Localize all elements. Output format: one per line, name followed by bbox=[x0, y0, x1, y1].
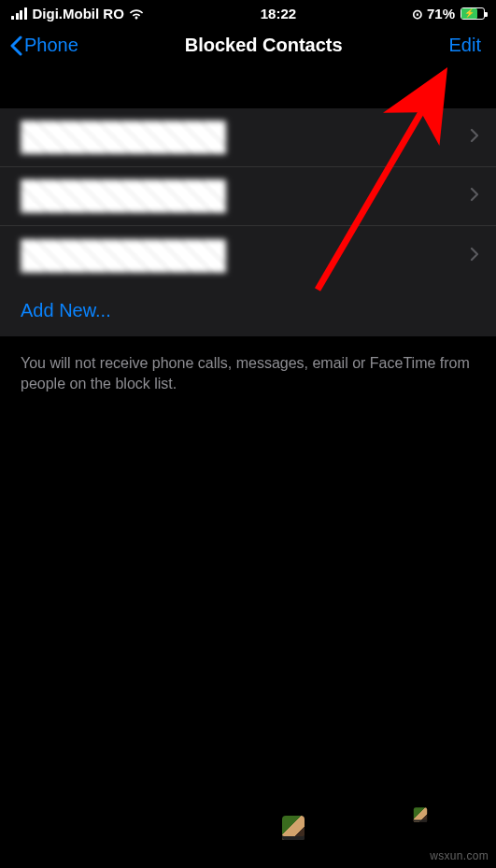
contact-row[interactable] bbox=[0, 108, 496, 167]
contact-row[interactable] bbox=[0, 226, 496, 285]
chevron-right-icon bbox=[470, 187, 479, 206]
signal-bars-icon bbox=[11, 7, 27, 20]
decorative-sprite bbox=[414, 807, 427, 822]
status-left: Digi.Mobil RO bbox=[11, 6, 145, 21]
battery-icon: ⚡ bbox=[461, 7, 485, 20]
contact-name bbox=[21, 179, 226, 213]
back-button[interactable]: Phone bbox=[9, 35, 78, 56]
decorative-sprite bbox=[282, 816, 305, 840]
status-right: ⊙ 71% ⚡ bbox=[412, 6, 485, 21]
blocked-contacts-list bbox=[0, 108, 496, 285]
footer-description: You will not receive phone calls, messag… bbox=[0, 336, 496, 410]
chevron-right-icon bbox=[470, 128, 479, 147]
wifi-icon bbox=[128, 7, 145, 20]
page-title: Blocked Contacts bbox=[185, 35, 343, 56]
battery-percent: 71% bbox=[427, 6, 455, 21]
add-new-button[interactable]: Add New... bbox=[0, 285, 496, 336]
chevron-left-icon bbox=[9, 36, 22, 56]
navigation-bar: Phone Blocked Contacts Edit bbox=[0, 25, 496, 67]
contact-name bbox=[21, 121, 226, 154]
back-label: Phone bbox=[24, 35, 78, 56]
chevron-right-icon bbox=[470, 247, 479, 265]
edit-button[interactable]: Edit bbox=[449, 35, 481, 56]
clock: 18:22 bbox=[261, 6, 296, 21]
contact-row[interactable] bbox=[0, 167, 496, 226]
contact-name bbox=[21, 239, 226, 273]
alarm-icon: ⊙ bbox=[412, 7, 423, 21]
carrier-label: Digi.Mobil RO bbox=[33, 6, 124, 21]
section-gap bbox=[0, 67, 496, 108]
watermark: wsxun.com bbox=[430, 849, 489, 862]
status-bar: Digi.Mobil RO 18:22 ⊙ 71% ⚡ bbox=[0, 0, 496, 25]
